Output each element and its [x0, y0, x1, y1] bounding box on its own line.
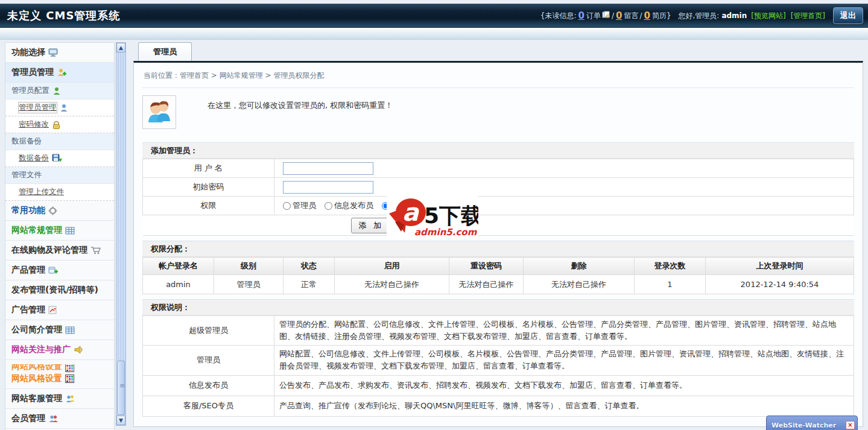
col-header-6: 登录次数: [635, 258, 706, 275]
svg-text:a: a: [402, 198, 420, 226]
sidebar-item-19[interactable]: 会员管理: [5, 409, 114, 429]
sidebar-item-5[interactable]: 数据备份: [5, 133, 114, 150]
col-header-4: 重设密码: [449, 258, 524, 275]
add-button[interactable]: 添 加: [351, 218, 392, 233]
sidebar-item-11[interactable]: 在线购物及评论管理: [5, 241, 114, 261]
role-name: 信息发布员: [143, 375, 274, 396]
breadcrumb-home-link[interactable]: 管理首页: [180, 71, 209, 80]
scroll-up-arrow-icon[interactable]: ▲: [116, 43, 125, 52]
breadcrumb-separator: >: [263, 71, 274, 80]
role-description: 网站配置、公司信息修改、文件上传管理、公司模板、名片模板、公告管理、产品分类管理…: [274, 346, 854, 375]
members-icon: [48, 414, 59, 423]
breadcrumb-prefix: 当前位置：: [144, 71, 180, 80]
cart-icon: [90, 246, 101, 255]
cell-级别: 管理员: [214, 275, 284, 294]
grid-icon: [65, 227, 75, 235]
sidebar-scrollbar[interactable]: ▲ ▼: [116, 42, 126, 426]
sidebar-item-4[interactable]: 密码修改: [5, 116, 114, 133]
top-header-bar: 未定义 CMS管理系统 {未读信息:0订单 / 0留言 / 0简历} 您好,管理…: [0, 4, 868, 28]
tab-admin[interactable]: 管理员: [138, 42, 192, 61]
sidebar-item-0[interactable]: 功能选择: [5, 43, 114, 63]
sidebar-item-6[interactable]: 数据备份: [5, 150, 114, 167]
cell-上次登录时间: 2012-12-14 9:40:54: [706, 275, 854, 294]
breadcrumb-section-link[interactable]: 网站常规管理: [220, 71, 263, 80]
sidebar-item-3[interactable]: 管理员管理: [5, 100, 114, 116]
permission-table-title: 权限分配：: [142, 241, 854, 257]
intro-section: 在这里，您可以修改设置管理员的, 权限和密码重置！: [142, 88, 854, 138]
role-name: 管理员: [143, 346, 274, 375]
cell-帐户登录名[interactable]: admin: [143, 275, 214, 294]
sidebar-item-2[interactable]: 管理员配置: [5, 83, 114, 100]
admin-home-link[interactable]: [管理首页]: [791, 11, 825, 21]
content-panel: 当前位置：管理首页 > 网站常规管理 > 管理员权限分配 在这里，您可以修改设置…: [133, 61, 863, 427]
orders-count-link[interactable]: 0: [578, 10, 584, 21]
sidebar-item-8[interactable]: 管理上传文件: [5, 184, 114, 201]
sidebar-item-9[interactable]: 常用功能: [5, 201, 114, 221]
role-description: 产品查询、推广宣传（发布到论坛、聊天QQ\MSN\阿里旺旺等、微博、博客等）、留…: [274, 396, 854, 416]
sep: /: [612, 11, 614, 20]
current-username: admin: [721, 11, 747, 20]
admin-permission-table: 帐户登录名级别状态启用重设密码删除登录次数上次登录时间admin管理员正常无法对…: [142, 257, 854, 294]
scrollbar-thumb[interactable]: [117, 361, 125, 415]
username-input[interactable]: [283, 162, 373, 175]
greeting-label: 您好,管理员:: [679, 11, 720, 21]
initial-password-input[interactable]: [283, 181, 373, 194]
sidebar-item-12[interactable]: 产品管理: [5, 261, 114, 280]
role-radio-input-0[interactable]: [283, 202, 291, 210]
palette-icon: [65, 364, 74, 372]
username-label: 用 户 名: [143, 159, 274, 178]
role-radio-group: 管理员信息发布员客服/SEO专员: [283, 200, 854, 211]
website-watcher-label: WebSite-Watcher: [771, 422, 846, 429]
role-name: 客服/SEO专员: [143, 396, 274, 416]
sidebar-item-1[interactable]: 管理员管理: [5, 63, 114, 83]
sep: /: [639, 11, 642, 20]
sidebar-menu: 功能选择管理员管理管理员配置管理员管理密码修改数据备份数据备份管理文件管理上传文…: [5, 42, 115, 430]
admins-avatar-icon: [142, 95, 176, 129]
notes-row: 管理员 网站配置、公司信息修改、文件上传管理、公司模板、名片模板、公告管理、产品…: [143, 346, 854, 375]
permission-notes-title: 权限说明：: [142, 299, 854, 315]
app-title: 未定义 CMS管理系统: [7, 8, 120, 23]
user-add-icon: [57, 68, 67, 77]
close-icon[interactable]: ×: [846, 421, 855, 429]
product-add-icon: [48, 266, 59, 275]
website-watcher-badge: WebSite-Watcher ×: [766, 416, 858, 430]
col-header-1: 级别: [214, 258, 284, 275]
col-header-7: 上次登录时间: [706, 258, 854, 275]
tab-bar: 管理员: [133, 42, 863, 61]
role-radio-1[interactable]: 信息发布员: [325, 200, 373, 211]
add-admin-section-title: 添加管理员：: [142, 142, 854, 159]
role-radio-0[interactable]: 管理员: [283, 200, 316, 211]
col-header-3: 启用: [335, 258, 449, 275]
preview-site-link[interactable]: [预览网站]: [751, 11, 785, 21]
a5-download-watermark: a 5下载 admin5.com: [387, 195, 478, 239]
watermark-big-text: 5下载: [424, 203, 478, 228]
sidebar-item-16[interactable]: 网站关注与推广: [5, 340, 114, 360]
disk-icon: [52, 154, 62, 163]
role-name: 超级管理员: [143, 316, 274, 346]
resumes-count-link[interactable]: 0: [644, 10, 650, 21]
grid-icon: [65, 326, 75, 334]
intro-text: 在这里，您可以修改设置管理员的, 权限和密码重置！: [207, 95, 393, 129]
gear-icon: [48, 206, 57, 215]
sidebar-item-15[interactable]: 公司简介管理: [5, 320, 114, 340]
role-radio-input-1[interactable]: [325, 202, 332, 210]
messages-label: 留言: [624, 11, 638, 21]
sidebar-item-7[interactable]: 管理文件: [5, 167, 114, 184]
orders-pages-icon: [602, 11, 610, 21]
resumes-label: 简历}: [652, 11, 671, 21]
sidebar-item-14[interactable]: 广告管理: [5, 300, 114, 320]
col-header-5: 删除: [524, 258, 635, 275]
messages-count-link[interactable]: 0: [616, 10, 622, 21]
sidebar-item-18[interactable]: 网站客服管理: [5, 389, 114, 409]
scroll-down-arrow-icon[interactable]: ▼: [116, 416, 125, 425]
sidebar-item-13[interactable]: 发布管理(资讯/招聘等): [5, 280, 114, 300]
svg-text:admin5.com: admin5.com: [414, 227, 478, 238]
sidebar-item-10[interactable]: 网站常规管理: [5, 221, 114, 241]
role-description: 管理员的分配、网站配置、公司信息修改、文件上传管理、公司模板、名片模板、公告管理…: [274, 316, 854, 346]
people-icon: [65, 394, 75, 403]
topbar-status: {未读信息:0订单 / 0留言 / 0简历} 您好,管理员:admin [预览网…: [540, 7, 863, 24]
sidebar-item-17[interactable]: 网站风格设置网站风格设置: [5, 360, 114, 389]
cell-删除: 无法对自己操作: [524, 275, 635, 294]
cell-状态: 正常: [284, 275, 335, 294]
logout-button[interactable]: 退出: [833, 7, 863, 24]
